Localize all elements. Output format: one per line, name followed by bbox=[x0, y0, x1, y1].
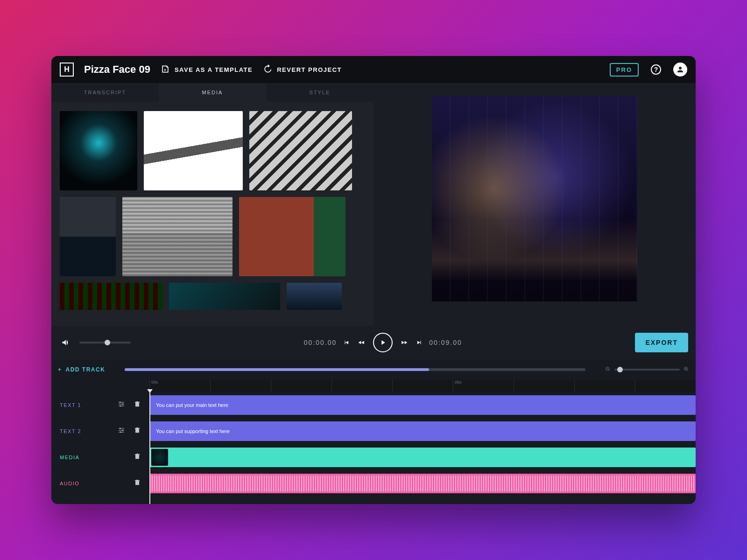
media-thumbnail[interactable] bbox=[169, 283, 280, 310]
revert-project-button[interactable]: REVERT PROJECT bbox=[263, 64, 342, 75]
track-text-1: TEXT 1 You can put your main text here bbox=[51, 394, 696, 416]
tracks-area: TEXT 1 You can put your main text here T… bbox=[51, 392, 696, 504]
svg-point-4 bbox=[120, 402, 121, 403]
zoom-out-icon[interactable] bbox=[605, 365, 611, 374]
add-track-button[interactable]: + ADD TRACK bbox=[58, 366, 105, 373]
timeline-toolbar: + ADD TRACK bbox=[51, 359, 696, 380]
app-logo[interactable]: H bbox=[60, 63, 74, 77]
text-clip[interactable]: You can put supporting text here bbox=[149, 421, 696, 441]
track-settings-icon[interactable] bbox=[118, 427, 125, 436]
track-label: AUDIO bbox=[60, 481, 109, 486]
text-clip[interactable]: You can put your main text here bbox=[149, 395, 696, 415]
track-audio: AUDIO bbox=[51, 472, 696, 495]
tab-style[interactable]: STYLE bbox=[266, 83, 374, 102]
media-thumbnail[interactable] bbox=[60, 283, 162, 310]
rewind-button[interactable] bbox=[357, 339, 366, 346]
panel-tabs: TRANSCRIPT MEDIA STYLE bbox=[51, 83, 374, 102]
tab-transcript[interactable]: TRANSCRIPT bbox=[51, 83, 159, 102]
history-icon bbox=[263, 64, 272, 75]
revert-label: REVERT PROJECT bbox=[277, 66, 342, 73]
track-label: MEDIA bbox=[60, 455, 109, 460]
zoom-in-icon[interactable] bbox=[684, 365, 689, 374]
tab-media[interactable]: MEDIA bbox=[159, 83, 266, 102]
clip-content: You can put supporting text here bbox=[156, 428, 230, 434]
play-button[interactable] bbox=[373, 333, 393, 352]
media-thumbnail[interactable] bbox=[249, 111, 352, 190]
zoom-slider[interactable] bbox=[614, 369, 680, 371]
media-thumbnail[interactable] bbox=[287, 283, 342, 310]
svg-point-7 bbox=[120, 428, 121, 429]
add-track-label: ADD TRACK bbox=[66, 366, 106, 373]
media-clip[interactable] bbox=[149, 448, 696, 467]
media-thumbnail[interactable] bbox=[122, 197, 233, 276]
content-area: TRANSCRIPT MEDIA STYLE bbox=[51, 83, 696, 326]
transport-controls bbox=[343, 333, 423, 352]
media-thumbnail[interactable] bbox=[60, 197, 116, 276]
plus-icon: + bbox=[58, 366, 62, 373]
track-settings-icon[interactable] bbox=[118, 400, 125, 410]
svg-text:?: ? bbox=[654, 66, 658, 73]
skip-start-button[interactable] bbox=[343, 339, 350, 346]
svg-point-9 bbox=[120, 432, 121, 433]
project-title: Pizza Face 09 bbox=[84, 63, 150, 76]
track-delete-icon[interactable] bbox=[134, 479, 141, 488]
svg-point-6 bbox=[120, 406, 121, 407]
track-text-2: TEXT 2 You can put supporting text here bbox=[51, 420, 696, 442]
skip-end-button[interactable] bbox=[416, 339, 423, 346]
app-window: H Pizza Face 09 SAVE AS A TEMPLATE REVER… bbox=[51, 56, 696, 504]
export-button[interactable]: EXPORT bbox=[635, 333, 688, 352]
track-label: TEXT 1 bbox=[60, 402, 109, 408]
track-media: MEDIA bbox=[51, 446, 696, 469]
left-panel: TRANSCRIPT MEDIA STYLE bbox=[51, 83, 374, 326]
track-label: TEXT 2 bbox=[60, 428, 109, 434]
save-template-icon bbox=[161, 64, 170, 75]
timeline-scrollbar[interactable] bbox=[125, 368, 585, 371]
help-button[interactable]: ? bbox=[649, 63, 663, 77]
timeline: + ADD TRACK TEXT 1 bbox=[51, 359, 696, 504]
volume-slider[interactable] bbox=[79, 342, 131, 343]
svg-point-8 bbox=[122, 430, 123, 431]
media-grid bbox=[51, 102, 374, 326]
account-avatar[interactable] bbox=[673, 63, 687, 77]
track-delete-icon[interactable] bbox=[134, 427, 141, 436]
zoom-controls bbox=[605, 365, 689, 374]
playback-bar: 00:00.00 00:09.00 EXPORT bbox=[51, 326, 696, 359]
pro-upgrade-button[interactable]: PRO bbox=[610, 63, 639, 77]
clip-content: You can put your main text here bbox=[156, 402, 228, 408]
current-time: 00:00.00 bbox=[304, 339, 337, 346]
forward-button[interactable] bbox=[400, 339, 409, 346]
save-as-template-button[interactable]: SAVE AS A TEMPLATE bbox=[161, 64, 253, 75]
playhead[interactable] bbox=[149, 392, 150, 504]
total-duration: 00:09.00 bbox=[429, 339, 462, 346]
topbar: H Pizza Face 09 SAVE AS A TEMPLATE REVER… bbox=[51, 56, 696, 83]
volume-icon[interactable] bbox=[59, 336, 73, 350]
track-delete-icon[interactable] bbox=[134, 453, 141, 462]
media-thumbnail[interactable] bbox=[60, 111, 137, 190]
timeline-ruler[interactable] bbox=[149, 380, 696, 392]
svg-point-5 bbox=[122, 404, 123, 405]
media-thumbnail[interactable] bbox=[144, 111, 243, 190]
track-delete-icon[interactable] bbox=[134, 400, 141, 410]
preview-panel bbox=[374, 83, 696, 326]
video-preview[interactable] bbox=[432, 96, 637, 301]
audio-clip[interactable] bbox=[149, 474, 696, 493]
save-template-label: SAVE AS A TEMPLATE bbox=[175, 66, 253, 73]
media-thumbnail[interactable] bbox=[239, 197, 345, 276]
